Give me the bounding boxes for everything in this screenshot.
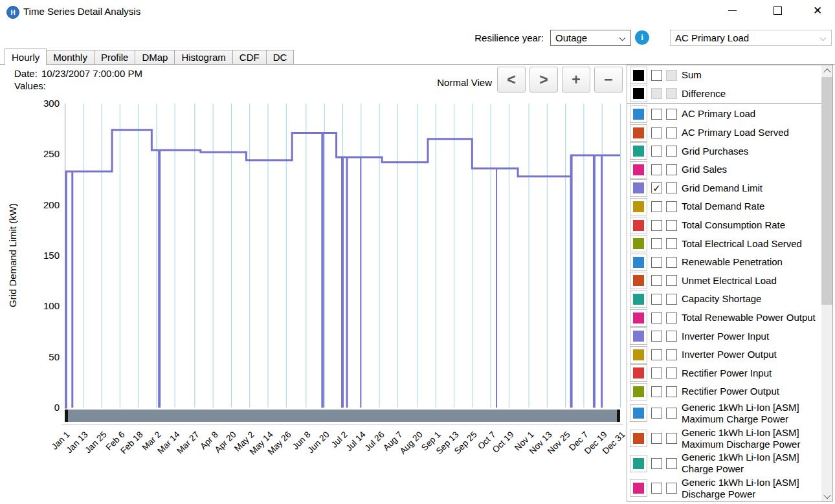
- legend-checkbox-1[interactable]: [651, 433, 662, 444]
- legend-row: Total Electrical Load Served: [627, 234, 821, 253]
- legend-checkbox-1[interactable]: [651, 331, 662, 342]
- legend-row: Rectifier Power Output: [627, 382, 821, 401]
- legend-label-line2: Maximum Charge Power: [682, 413, 799, 425]
- legend-checkbox-2[interactable]: [666, 294, 677, 305]
- color-swatch-box: [630, 430, 647, 447]
- legend-checkbox-1[interactable]: [651, 70, 662, 81]
- legend-checkbox-1[interactable]: [651, 386, 662, 397]
- legend-checkbox-2[interactable]: [666, 201, 677, 212]
- step-back-button[interactable]: <: [497, 67, 526, 93]
- legend-checkbox-2[interactable]: [666, 458, 677, 469]
- legend-label: Grid Sales: [682, 164, 727, 175]
- tab-profile[interactable]: Profile: [94, 50, 136, 65]
- legend-checkbox-2[interactable]: [666, 349, 677, 360]
- legend-checkbox-2[interactable]: [666, 386, 677, 397]
- scrollbar-thumb[interactable]: [821, 77, 832, 305]
- date-label: Date:: [14, 68, 38, 79]
- tab-dc[interactable]: DC: [266, 50, 295, 65]
- legend-label-line2: Charge Power: [682, 463, 799, 475]
- zoom-out-button[interactable]: −: [594, 67, 623, 93]
- legend-label-line1: Generic 1kWh Li-Ion [ASM]: [682, 477, 799, 488]
- legend-label: AC Primary Load: [682, 108, 755, 120]
- chevron-up-icon: [823, 68, 830, 75]
- color-swatch-box: [630, 235, 647, 252]
- legend-checkbox-2[interactable]: [666, 220, 677, 231]
- legend-checkbox-2[interactable]: [666, 238, 677, 249]
- legend-checkbox-2[interactable]: [666, 331, 677, 342]
- legend-separator: [627, 104, 833, 104]
- y-tick-label: 250: [27, 148, 60, 160]
- legend-checkbox-1[interactable]: [651, 238, 662, 249]
- series-selector[interactable]: AC Primary Load: [670, 30, 832, 46]
- legend-checkbox-2[interactable]: [666, 146, 677, 157]
- tab-dmap[interactable]: DMap: [135, 50, 175, 65]
- time-range-slider[interactable]: [65, 410, 620, 422]
- chevron-down-icon: [619, 35, 626, 41]
- legend-checkbox-1[interactable]: [651, 146, 662, 157]
- chart-plot[interactable]: [65, 102, 621, 410]
- legend-checkbox-2[interactable]: [666, 433, 677, 444]
- tab-cdf[interactable]: CDF: [232, 50, 267, 65]
- legend-checkbox-1[interactable]: [651, 312, 662, 323]
- legend-checkbox-1[interactable]: [651, 164, 662, 175]
- view-mode-label: Normal View: [408, 77, 492, 88]
- legend-checkbox-1[interactable]: ✓: [651, 182, 662, 193]
- legend-checkbox-1[interactable]: [651, 294, 662, 305]
- color-swatch-box: [630, 105, 647, 123]
- maximize-button[interactable]: [763, 0, 792, 21]
- zoom-in-button[interactable]: +: [562, 67, 590, 93]
- legend-checkbox-1[interactable]: [651, 483, 662, 494]
- legend-checkbox-2[interactable]: [666, 109, 677, 120]
- color-swatch: [633, 109, 644, 120]
- color-swatch-box: [630, 161, 647, 179]
- legend-checkbox-1[interactable]: [651, 458, 662, 469]
- tab-monthly[interactable]: Monthly: [46, 50, 95, 65]
- legend-checkbox-2[interactable]: [666, 367, 677, 378]
- legend-checkbox-2[interactable]: [666, 408, 677, 419]
- legend-checkbox-1[interactable]: [651, 257, 662, 268]
- legend-scrollbar[interactable]: [821, 65, 832, 501]
- legend-checkbox-1[interactable]: [651, 220, 662, 231]
- resilience-year-value: Outage: [555, 32, 587, 43]
- legend-label: Sum: [682, 69, 702, 81]
- legend-row: Inverter Power Output: [627, 345, 821, 364]
- legend-label: Total Renewable Power Output: [682, 312, 816, 323]
- legend-label: Generic 1kWh Li-Ion [ASM]Maximum Dischar…: [682, 427, 800, 450]
- info-button[interactable]: i: [635, 30, 649, 45]
- legend-checkbox-2[interactable]: [666, 182, 677, 193]
- legend-checkbox-1[interactable]: [651, 127, 662, 138]
- color-swatch: [633, 275, 644, 286]
- legend-checkbox-2[interactable]: [666, 275, 677, 286]
- tab-hourly[interactable]: Hourly: [5, 49, 47, 65]
- legend-checkbox-2[interactable]: [666, 127, 677, 138]
- slider-left-handle[interactable]: [65, 410, 68, 422]
- resilience-year-select[interactable]: Outage: [550, 30, 631, 46]
- legend-checkbox-2[interactable]: [666, 164, 677, 175]
- legend-row: Sum: [627, 66, 821, 85]
- legend-checkbox-1[interactable]: [651, 408, 662, 419]
- legend-checkbox-2[interactable]: [666, 312, 677, 323]
- scrollbar-up-button[interactable]: [821, 65, 832, 76]
- legend-checkbox-1[interactable]: [651, 109, 662, 120]
- color-swatch-box: [630, 479, 647, 497]
- close-button[interactable]: ✕: [803, 0, 832, 21]
- slider-right-handle[interactable]: [617, 410, 620, 422]
- scrollbar-down-button[interactable]: [821, 490, 832, 501]
- legend-checkbox-1[interactable]: [651, 201, 662, 212]
- color-swatch-box: [630, 346, 647, 364]
- legend-checkbox-2[interactable]: [666, 483, 677, 494]
- legend-row: Grid Sales: [627, 160, 821, 179]
- step-forward-button[interactable]: >: [529, 67, 558, 93]
- tab-histogram[interactable]: Histogram: [174, 50, 232, 65]
- legend-checkbox-1[interactable]: [651, 275, 662, 286]
- legend-checkbox-1[interactable]: [651, 349, 662, 360]
- legend-checkbox-1[interactable]: [651, 367, 662, 378]
- color-swatch-box: [630, 179, 647, 197]
- tab-bar: HourlyMonthlyProfileDMapHistogramCDFDC: [5, 49, 294, 65]
- legend-row: Total Demand Rate: [627, 197, 821, 216]
- legend-checkbox-2[interactable]: [666, 257, 677, 268]
- legend-row: Grid Purchases: [627, 142, 821, 160]
- color-swatch-box: [630, 404, 647, 422]
- minimize-button[interactable]: [717, 0, 747, 21]
- y-tick-label: 0: [27, 402, 60, 413]
